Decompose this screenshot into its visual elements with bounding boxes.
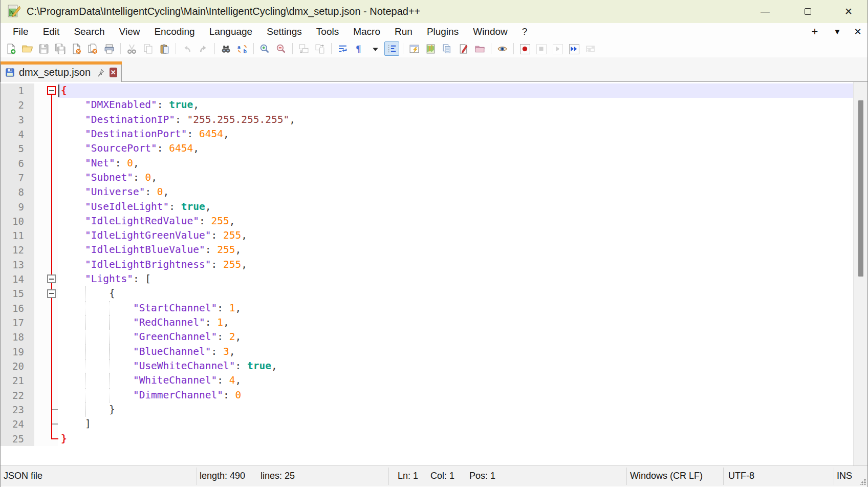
view-eye-button[interactable] (495, 41, 510, 56)
toolbar-separator (491, 43, 491, 54)
tab-list-dropdown-icon[interactable]: ▼ (830, 23, 845, 40)
code-line[interactable]: "UseWhiteChannel": true, (58, 359, 853, 373)
status-encoding[interactable]: UTF-8 (728, 471, 754, 481)
project-panel-icon (474, 44, 485, 54)
project-panel-button[interactable] (472, 41, 487, 56)
token: , (235, 302, 242, 314)
fold-collapse-toggle[interactable] (47, 289, 56, 298)
copy-button[interactable] (141, 41, 156, 56)
menu-item-file[interactable]: File (6, 23, 36, 40)
menu-item-run[interactable]: Run (387, 23, 420, 40)
indent-guide-line (85, 345, 85, 359)
code-line[interactable]: { (58, 83, 853, 98)
toolbar-separator (292, 43, 293, 54)
close-all-button[interactable] (85, 41, 100, 56)
code-line[interactable]: "RedChannel": 1, (58, 315, 853, 330)
menu-item-search[interactable]: Search (67, 23, 112, 40)
token: 255 (217, 244, 235, 256)
code-line[interactable]: "DestinationPort": 6454, (58, 127, 853, 141)
code-line[interactable]: "DestinationIP": "255.255.255.255", (58, 113, 853, 127)
menu-item-language[interactable]: Language (202, 23, 260, 40)
sync-horizontal-scroll-button[interactable] (313, 41, 328, 56)
macro-stop-button[interactable] (534, 41, 549, 56)
code-line[interactable]: "UseIdleLight": true, (58, 200, 853, 214)
status-eol-format[interactable]: Windows (CR LF) (630, 471, 703, 481)
close-tab-button[interactable]: ✕ (851, 23, 864, 40)
new-file-button[interactable] (4, 41, 18, 56)
vertical-scrollbar[interactable] (853, 82, 867, 465)
open-file-button[interactable] (20, 41, 35, 56)
code-line[interactable]: "IdleLightRedValue": 255, (58, 214, 853, 228)
function-list-button[interactable] (407, 41, 422, 56)
sync-vertical-scroll-button[interactable] (296, 41, 311, 56)
indent-guide-button[interactable] (384, 41, 399, 56)
code-line[interactable]: } (58, 432, 853, 446)
zoom-out-button[interactable] (274, 41, 289, 56)
code-line[interactable]: "StartChannel": 1, (58, 301, 853, 315)
menu-item-plugins[interactable]: Plugins (420, 23, 466, 40)
code-line[interactable]: "WhiteChannel": 4, (58, 373, 853, 388)
token: : (199, 215, 211, 227)
close-tab-icon[interactable]: ✕ (110, 68, 117, 77)
find-button[interactable] (219, 41, 233, 56)
print-icon (104, 44, 115, 54)
macro-play-button[interactable] (550, 41, 565, 56)
minimize-button[interactable]: — (753, 0, 777, 23)
macro-run-multiple-button[interactable] (567, 41, 581, 56)
editor[interactable]: 1{2 "DMXEnabled": true,3 "DestinationIP"… (1, 82, 867, 465)
save-all-button[interactable] (53, 41, 68, 56)
new-tab-button[interactable]: + (808, 23, 821, 40)
code-line[interactable]: "SourcePort": 6454, (58, 141, 853, 156)
code-line[interactable]: { (58, 286, 853, 301)
code-line[interactable]: "DimmerChannel": 0 (58, 388, 853, 403)
cut-button[interactable] (124, 41, 139, 56)
close-button[interactable] (69, 41, 84, 56)
document-map-button[interactable] (423, 41, 438, 56)
redo-button[interactable] (196, 41, 211, 56)
menu-item-edit[interactable]: Edit (36, 23, 67, 40)
macro-record-button[interactable] (517, 41, 532, 56)
menu-item-window[interactable]: Window (466, 23, 515, 40)
token: "Net" (85, 157, 115, 169)
code-line[interactable]: "IdleLightBlueValue": 255, (58, 243, 853, 257)
maximize-button[interactable] (796, 0, 819, 23)
scrollbar-thumb[interactable] (858, 100, 863, 277)
zoom-in-button[interactable] (257, 41, 272, 56)
fold-collapse-toggle[interactable] (47, 274, 56, 283)
resize-grip[interactable] (860, 479, 866, 485)
pin-tab-icon[interactable] (97, 67, 104, 78)
menu-item-macro[interactable]: Macro (346, 23, 387, 40)
menu-item-[interactable]: ? (515, 23, 535, 40)
tab-dmx-setup-json[interactable]: dmx_setup.json ✕ (1, 61, 122, 82)
show-all-characters-button[interactable]: ¶ (352, 41, 366, 56)
status-typing-mode[interactable]: INS (837, 471, 852, 481)
macro-save-button[interactable] (583, 41, 598, 56)
close-window-button[interactable]: ✕ (837, 0, 860, 23)
code-line[interactable]: "Universe": 0, (58, 185, 853, 199)
print-button[interactable] (102, 41, 117, 56)
menu-item-view[interactable]: View (112, 23, 147, 40)
menu-item-encoding[interactable]: Encoding (147, 23, 202, 40)
code-line[interactable]: ] (58, 417, 853, 431)
code-line[interactable]: "GreenChannel": 2, (58, 330, 853, 344)
word-wrap-button[interactable] (335, 41, 350, 56)
menu-item-settings[interactable]: Settings (259, 23, 309, 40)
code-line[interactable]: "Net": 0, (58, 156, 853, 171)
document-list-button[interactable] (440, 41, 454, 56)
replace-button[interactable]: ab (235, 41, 250, 56)
code-line[interactable]: "DMXEnabled": true, (58, 98, 853, 112)
code-line[interactable]: "Lights": [ (58, 272, 853, 286)
toolbar-dropdown-button[interactable] (368, 41, 383, 56)
fold-collapse-toggle[interactable] (47, 86, 56, 95)
code-line[interactable]: "IdleLightBrightness": 255, (58, 258, 853, 272)
code-line[interactable]: "IdleLightGreenValue": 255, (58, 228, 853, 243)
paste-button[interactable] (157, 41, 172, 56)
save-button[interactable] (36, 41, 51, 56)
code-line[interactable]: "Subnet": 0, (58, 171, 853, 185)
undo-button[interactable] (180, 41, 194, 56)
code-line[interactable]: "BlueChannel": 3, (58, 345, 853, 359)
token: : [ (133, 273, 151, 285)
menu-item-tools[interactable]: Tools (309, 23, 346, 40)
monitoring-button[interactable] (456, 41, 471, 56)
code-line[interactable]: } (58, 403, 853, 417)
